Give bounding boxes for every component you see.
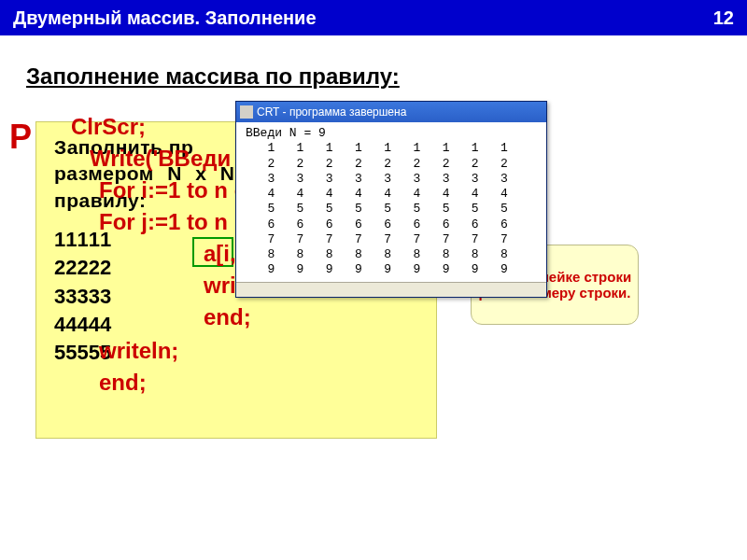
crt-row: 1 1 1 1 1 1 1 1 1 — [246, 141, 537, 156]
section-title: Заполнение массива по правилу: — [26, 63, 747, 90]
code-line: writeln; — [99, 338, 178, 364]
crt-body: ВВеди N = 9 1 1 1 1 1 1 1 1 1 2 2 2 2 2 … — [236, 122, 546, 282]
crt-titlebar[interactable]: CRT - программа завершена — [236, 102, 546, 122]
crt-row: 9 9 9 9 9 9 9 9 9 — [246, 262, 537, 277]
crt-prompt: ВВеди N = 9 — [246, 126, 537, 141]
slide-header: Двумерный массив. Заполнение 12 — [0, 0, 747, 35]
crt-output-window: CRT - программа завершена ВВеди N = 9 1 … — [235, 101, 547, 298]
code-line: end; — [204, 304, 251, 330]
code-line: For i:=1 to n d — [99, 177, 247, 203]
code-line: For j:=1 to n — [99, 209, 228, 235]
crt-row: 4 4 4 4 4 4 4 4 4 — [246, 187, 537, 202]
crt-row: 8 8 8 8 8 8 8 8 8 — [246, 247, 537, 262]
crt-statusbar — [236, 282, 546, 297]
content-stage: Р Заполнить пр размером N x N правилу: 1… — [0, 106, 747, 554]
pattern-row: 44444 — [54, 311, 111, 339]
slide-title: Двумерный массив. Заполнение — [13, 7, 317, 29]
crt-row: 5 5 5 5 5 5 5 5 5 — [246, 202, 537, 217]
initial-letter: Р — [9, 118, 32, 157]
pattern-row: 33333 — [54, 283, 111, 311]
pattern-row: 22222 — [54, 254, 111, 282]
crt-title: CRT - программа завершена — [257, 105, 406, 119]
crt-row: 3 3 3 3 3 3 3 3 3 — [246, 172, 537, 187]
app-icon — [240, 105, 253, 119]
slide-number: 12 — [713, 7, 734, 29]
crt-row: 6 6 6 6 6 6 6 6 6 — [246, 217, 537, 232]
code-line: ClrScr; — [71, 114, 146, 140]
crt-row: 7 7 7 7 7 7 7 7 7 — [246, 232, 537, 247]
code-line: Write('ВВеди — [90, 146, 231, 172]
crt-row: 2 2 2 2 2 2 2 2 2 — [246, 157, 537, 172]
code-line: a[i, — [204, 241, 236, 267]
code-line: end; — [99, 370, 147, 396]
